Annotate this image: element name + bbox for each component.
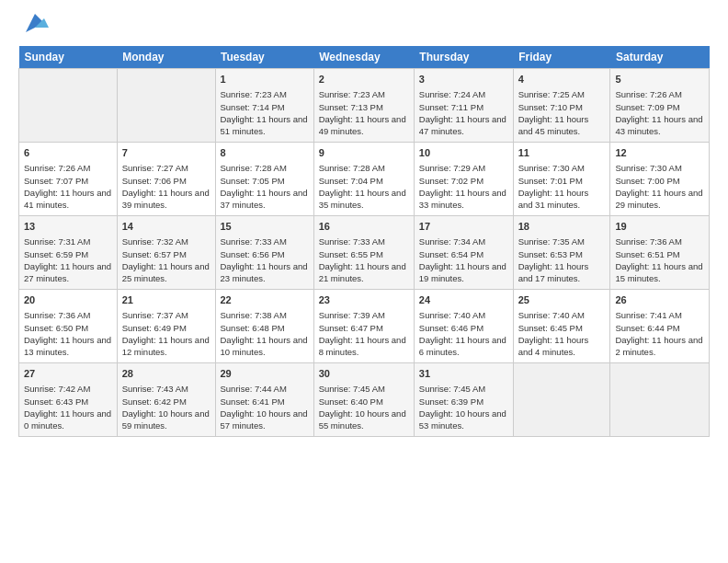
sunrise-text: Sunrise: 7:23 AM: [221, 88, 309, 100]
daylight-text: Daylight: 11 hours and 41 minutes.: [24, 187, 112, 212]
sunset-text: Sunset: 6:44 PM: [615, 322, 704, 334]
daylight-text: Daylight: 11 hours and 29 minutes.: [615, 187, 704, 212]
daylight-text: Daylight: 11 hours and 35 minutes.: [319, 187, 409, 212]
sunset-text: Sunset: 7:11 PM: [419, 101, 508, 113]
sunset-text: Sunset: 6:59 PM: [24, 248, 112, 260]
sunset-text: Sunset: 7:04 PM: [319, 175, 409, 187]
col-header-tuesday: Tuesday: [215, 46, 313, 69]
sunrise-text: Sunrise: 7:42 AM: [24, 383, 112, 395]
day-number: 10: [419, 146, 508, 160]
calendar-cell: 24Sunrise: 7:40 AMSunset: 6:46 PMDayligh…: [414, 290, 513, 363]
day-number: 2: [319, 73, 409, 86]
calendar-cell: 14Sunrise: 7:32 AMSunset: 6:57 PMDayligh…: [117, 216, 215, 290]
week-row-4: 20Sunrise: 7:36 AMSunset: 6:50 PMDayligh…: [19, 290, 710, 363]
day-number: 27: [24, 367, 112, 381]
sunrise-text: Sunrise: 7:30 AM: [518, 162, 606, 174]
sunset-text: Sunset: 7:10 PM: [518, 101, 606, 113]
daylight-text: Daylight: 11 hours and 33 minutes.: [419, 187, 508, 212]
calendar-cell: 9Sunrise: 7:28 AMSunset: 7:04 PMDaylight…: [313, 143, 414, 216]
week-row-5: 27Sunrise: 7:42 AMSunset: 6:43 PMDayligh…: [19, 363, 710, 437]
day-number: 24: [419, 293, 508, 307]
sunrise-text: Sunrise: 7:26 AM: [615, 88, 704, 100]
daylight-text: Daylight: 11 hours and 4 minutes.: [518, 334, 606, 359]
daylight-text: Daylight: 11 hours and 6 minutes.: [419, 334, 508, 359]
day-number: 28: [122, 367, 210, 381]
sunset-text: Sunset: 6:42 PM: [122, 396, 210, 408]
sunset-text: Sunset: 7:05 PM: [221, 175, 309, 187]
calendar-cell: [610, 363, 710, 437]
daylight-text: Daylight: 11 hours and 49 minutes.: [319, 113, 409, 138]
calendar-cell: 21Sunrise: 7:37 AMSunset: 6:49 PMDayligh…: [117, 290, 215, 363]
daylight-text: Daylight: 11 hours and 10 minutes.: [221, 334, 309, 359]
sunrise-text: Sunrise: 7:39 AM: [319, 309, 409, 321]
calendar-cell: 12Sunrise: 7:30 AMSunset: 7:00 PMDayligh…: [610, 143, 710, 216]
calendar-cell: 28Sunrise: 7:43 AMSunset: 6:42 PMDayligh…: [117, 363, 215, 437]
sunset-text: Sunset: 7:07 PM: [24, 175, 112, 187]
week-row-1: 1Sunrise: 7:23 AMSunset: 7:14 PMDaylight…: [19, 69, 710, 143]
sunset-text: Sunset: 6:54 PM: [419, 248, 508, 260]
sunset-text: Sunset: 6:45 PM: [518, 322, 606, 334]
sunset-text: Sunset: 7:02 PM: [419, 175, 508, 187]
sunrise-text: Sunrise: 7:40 AM: [518, 309, 606, 321]
calendar-cell: 17Sunrise: 7:34 AMSunset: 6:54 PMDayligh…: [414, 216, 513, 290]
sunrise-text: Sunrise: 7:41 AM: [615, 309, 704, 321]
calendar-cell: 26Sunrise: 7:41 AMSunset: 6:44 PMDayligh…: [610, 290, 710, 363]
day-number: 5: [615, 73, 704, 86]
calendar-cell: 27Sunrise: 7:42 AMSunset: 6:43 PMDayligh…: [19, 363, 118, 437]
daylight-text: Daylight: 11 hours and 19 minutes.: [419, 260, 508, 285]
day-number: 19: [615, 220, 704, 234]
col-header-sunday: Sunday: [19, 46, 118, 69]
daylight-text: Daylight: 10 hours and 59 minutes.: [122, 408, 210, 432]
day-number: 9: [319, 146, 409, 160]
sunrise-text: Sunrise: 7:36 AM: [615, 236, 704, 247]
day-number: 14: [122, 220, 210, 234]
calendar-page: SundayMondayTuesdayWednesdayThursdayFrid…: [0, 0, 728, 563]
sunrise-text: Sunrise: 7:27 AM: [122, 162, 210, 174]
calendar-cell: [19, 69, 118, 143]
sunrise-text: Sunrise: 7:45 AM: [319, 383, 409, 395]
calendar-cell: 23Sunrise: 7:39 AMSunset: 6:47 PMDayligh…: [313, 290, 414, 363]
daylight-text: Daylight: 10 hours and 55 minutes.: [319, 408, 409, 432]
calendar-cell: 22Sunrise: 7:38 AMSunset: 6:48 PMDayligh…: [215, 290, 313, 363]
day-number: 7: [122, 146, 210, 160]
daylight-text: Daylight: 11 hours and 12 minutes.: [122, 334, 210, 359]
daylight-text: Daylight: 11 hours and 0 minutes.: [24, 408, 112, 432]
daylight-text: Daylight: 11 hours and 13 minutes.: [24, 334, 112, 359]
daylight-text: Daylight: 10 hours and 57 minutes.: [221, 408, 309, 432]
calendar-cell: 10Sunrise: 7:29 AMSunset: 7:02 PMDayligh…: [414, 143, 513, 216]
calendar-cell: 6Sunrise: 7:26 AMSunset: 7:07 PMDaylight…: [19, 143, 118, 216]
header-row: SundayMondayTuesdayWednesdayThursdayFrid…: [19, 46, 710, 69]
sunset-text: Sunset: 6:46 PM: [419, 322, 508, 334]
sunset-text: Sunset: 6:55 PM: [319, 248, 409, 260]
day-number: 13: [24, 220, 112, 234]
sunset-text: Sunset: 7:09 PM: [615, 101, 704, 113]
sunset-text: Sunset: 6:57 PM: [122, 248, 210, 260]
sunrise-text: Sunrise: 7:33 AM: [319, 236, 409, 247]
calendar-cell: [513, 363, 610, 437]
sunset-text: Sunset: 7:13 PM: [319, 101, 409, 113]
logo-icon: [21, 9, 49, 37]
col-header-monday: Monday: [117, 46, 215, 69]
sunset-text: Sunset: 6:53 PM: [518, 248, 606, 260]
day-number: 16: [319, 220, 409, 234]
sunset-text: Sunset: 7:01 PM: [518, 175, 606, 187]
day-number: 29: [221, 367, 309, 381]
day-number: 30: [319, 367, 409, 381]
calendar-cell: 15Sunrise: 7:33 AMSunset: 6:56 PMDayligh…: [215, 216, 313, 290]
week-row-3: 13Sunrise: 7:31 AMSunset: 6:59 PMDayligh…: [19, 216, 710, 290]
calendar-cell: 29Sunrise: 7:44 AMSunset: 6:41 PMDayligh…: [215, 363, 313, 437]
calendar-cell: 7Sunrise: 7:27 AMSunset: 7:06 PMDaylight…: [117, 143, 215, 216]
sunset-text: Sunset: 6:56 PM: [221, 248, 309, 260]
col-header-wednesday: Wednesday: [313, 46, 414, 69]
day-number: 23: [319, 293, 409, 307]
sunrise-text: Sunrise: 7:31 AM: [24, 236, 112, 247]
sunrise-text: Sunrise: 7:24 AM: [419, 88, 508, 100]
header: [18, 14, 710, 37]
daylight-text: Daylight: 11 hours and 17 minutes.: [518, 260, 606, 285]
sunset-text: Sunset: 6:41 PM: [221, 396, 309, 408]
day-number: 4: [518, 73, 606, 86]
daylight-text: Daylight: 10 hours and 53 minutes.: [419, 408, 508, 432]
daylight-text: Daylight: 11 hours and 39 minutes.: [122, 187, 210, 212]
col-header-friday: Friday: [513, 46, 610, 69]
calendar-cell: 13Sunrise: 7:31 AMSunset: 6:59 PMDayligh…: [19, 216, 118, 290]
